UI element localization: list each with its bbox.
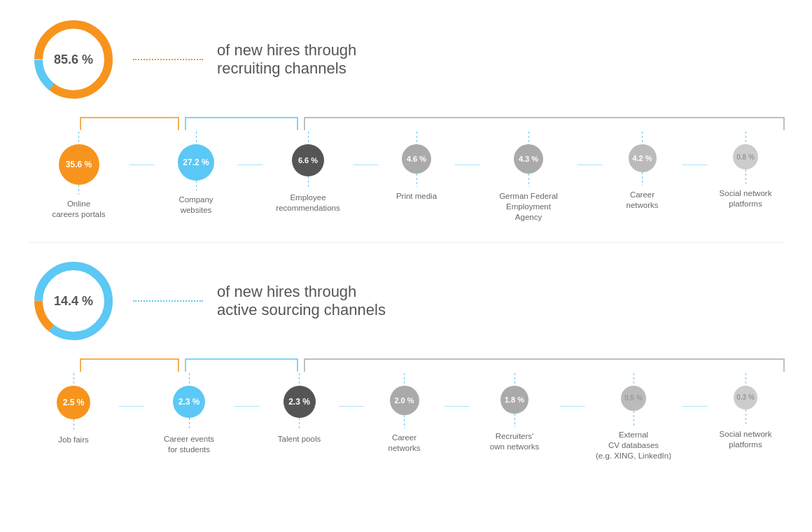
channel-node-social: 0.8 % Social networkplatforms (707, 132, 784, 209)
channel-node-print: 4.6 % Print media (378, 132, 455, 202)
circle-7: 0.8 % (733, 144, 758, 169)
label-career2: Careernetworks (388, 433, 420, 454)
bracket-svg-1 (28, 111, 784, 133)
circle-s1: 2.5 % (57, 386, 90, 419)
channel-node-talentpools: 2.3 % Talent pools (259, 373, 340, 444)
label-jobfairs: Job fairs (58, 435, 88, 445)
section-title-2: of new hires through active sourcing cha… (217, 283, 386, 319)
circle-s3: 2.3 % (284, 386, 316, 418)
h-connector-5 (578, 164, 602, 165)
donut-percentage-2: 14.4 % (54, 293, 93, 308)
circle-s5: 1.8 % (500, 386, 528, 414)
section-title-1: of new hires through recruiting channels (217, 41, 356, 78)
channel-node-social2: 0.3 % Social networkplatforms (707, 373, 784, 450)
circle-4: 4.6 % (402, 144, 431, 174)
label-recruiters: Recruiters'own networks (490, 431, 539, 452)
main-container: 85.6 % of new hires through recruiting c… (0, 0, 812, 532)
label-cvdb: ExternalCV databases(e.g. XING, LinkedIn… (596, 430, 671, 461)
circle-5: 4.3 % (514, 144, 543, 174)
donut-chart-2: 14.4 % (28, 255, 119, 346)
divider (28, 242, 784, 243)
h-connector-3 (354, 164, 378, 165)
channel-node-careerevents: 2.3 % Career eventsfor students (144, 373, 234, 455)
label-federal: German FederalEmployment Agency (493, 191, 564, 223)
circle-s4: 2.0 % (390, 386, 419, 415)
channel-node-online-careers: 35.6 % Onlinecareers portals (28, 132, 130, 220)
channel-node-cvdb: 0.5 % ExternalCV databases(e.g. XING, Li… (584, 373, 682, 461)
dotted-connector-1 (133, 59, 203, 60)
dotted-connector-2 (133, 300, 203, 302)
circle-s2: 2.3 % (173, 386, 205, 418)
bracket-svg-2 (28, 352, 784, 374)
label-print: Print media (396, 191, 437, 202)
channel-node-federal: 4.3 % German FederalEmployment Agency (479, 132, 578, 223)
channel-node-jobfairs: 2.5 % Job fairs (28, 373, 119, 445)
circle-s6: 0.5 % (621, 386, 646, 411)
nodes-container-1: 35.6 % Onlinecareers portals 27.2 % Comp… (28, 132, 784, 223)
channel-node-company: 27.2 % Companywebsites (154, 132, 238, 216)
label-talentpools: Talent pools (278, 434, 321, 444)
label-online-careers: Onlinecareers portals (52, 199, 105, 220)
circle-1: 35.6 % (59, 144, 99, 185)
label-employee: Employeerecommendations (276, 192, 340, 214)
label-careerevents: Career eventsfor students (164, 434, 214, 455)
nodes-container-2: 2.5 % Job fairs 2.3 % Career eventsfor s… (28, 373, 784, 461)
channels-row-1: 35.6 % Onlinecareers portals 27.2 % Comp… (28, 111, 784, 230)
label-social: Social networkplatforms (720, 188, 772, 209)
h-connector-4 (455, 164, 479, 165)
channels-row-2: 2.5 % Job fairs 2.3 % Career eventsfor s… (28, 352, 784, 468)
label-company: Companywebsites (178, 195, 213, 216)
circle-s7: 0.3 % (734, 386, 757, 410)
channel-node-career2: 2.0 % Careernetworks (364, 373, 444, 454)
label-social2: Social networkplatforms (720, 429, 772, 450)
section-recruiting: 85.6 % of new hires through recruiting c… (28, 14, 784, 230)
circle-2: 27.2 % (178, 144, 214, 181)
donut-chart-1: 85.6 % (28, 14, 119, 105)
circle-3: 6.6 % (292, 144, 324, 176)
h-connector-6 (682, 164, 707, 165)
h-connector (130, 164, 154, 165)
circle-6: 4.2 % (629, 144, 657, 172)
channel-node-career: 4.2 % Careernetworks (602, 132, 682, 211)
channel-node-recruiters: 1.8 % Recruiters'own networks (469, 373, 560, 452)
label-career: Careernetworks (626, 190, 658, 211)
donut-percentage-1: 85.6 % (54, 52, 93, 67)
channel-node-employee: 6.6 % Employeerecommendations (262, 132, 354, 214)
h-connector-2 (238, 164, 262, 165)
section-sourcing: 14.4 % of new hires through active sourc… (28, 255, 784, 468)
